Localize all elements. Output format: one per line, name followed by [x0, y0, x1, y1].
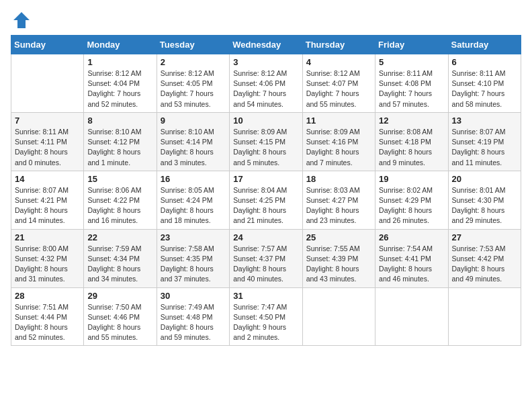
calendar-cell: 21Sunrise: 8:00 AMSunset: 4:32 PMDayligh… [11, 229, 84, 287]
calendar-cell: 26Sunrise: 7:54 AMSunset: 4:41 PMDayligh… [375, 229, 448, 287]
calendar-cell: 14Sunrise: 8:07 AMSunset: 4:21 PMDayligh… [11, 171, 84, 229]
day-number: 7 [15, 116, 80, 126]
calendar-cell: 7Sunrise: 8:11 AMSunset: 4:11 PMDaylight… [11, 112, 84, 171]
day-info: Sunrise: 8:03 AMSunset: 4:27 PMDaylight:… [306, 185, 371, 226]
day-info: Sunrise: 8:08 AMSunset: 4:18 PMDaylight:… [379, 127, 444, 168]
day-number: 18 [306, 174, 371, 184]
day-info: Sunrise: 8:11 AMSunset: 4:08 PMDaylight:… [379, 68, 444, 109]
day-info: Sunrise: 7:57 AMSunset: 4:37 PMDaylight:… [233, 244, 298, 285]
calendar-week-1: 1Sunrise: 8:12 AMSunset: 4:04 PMDaylight… [11, 54, 521, 113]
day-number: 11 [306, 116, 371, 126]
calendar-cell: 8Sunrise: 8:10 AMSunset: 4:12 PMDaylight… [84, 112, 157, 171]
calendar-week-3: 14Sunrise: 8:07 AMSunset: 4:21 PMDayligh… [11, 171, 521, 229]
calendar-cell: 10Sunrise: 8:09 AMSunset: 4:15 PMDayligh… [230, 112, 302, 171]
day-number: 23 [161, 232, 226, 242]
day-number: 1 [87, 57, 152, 67]
calendar-cell: 9Sunrise: 8:10 AMSunset: 4:14 PMDaylight… [157, 112, 229, 171]
weekday-header-wednesday: Wednesday [230, 36, 302, 54]
day-info: Sunrise: 8:04 AMSunset: 4:25 PMDaylight:… [233, 185, 298, 226]
day-info: Sunrise: 8:01 AMSunset: 4:30 PMDaylight:… [452, 185, 517, 226]
calendar-cell: 13Sunrise: 8:07 AMSunset: 4:19 PMDayligh… [448, 112, 521, 171]
day-number: 19 [379, 174, 444, 184]
day-number: 13 [452, 116, 517, 126]
day-info: Sunrise: 7:50 AMSunset: 4:46 PMDaylight:… [87, 302, 152, 343]
day-number: 2 [161, 57, 226, 67]
calendar-cell [302, 287, 375, 346]
calendar-cell: 4Sunrise: 8:12 AMSunset: 4:07 PMDaylight… [302, 54, 375, 113]
svg-marker-0 [13, 12, 30, 28]
day-info: Sunrise: 8:12 AMSunset: 4:04 PMDaylight:… [87, 68, 152, 109]
day-number: 4 [306, 57, 371, 67]
day-info: Sunrise: 8:05 AMSunset: 4:24 PMDaylight:… [161, 185, 226, 226]
calendar-cell [448, 287, 521, 346]
calendar-cell: 18Sunrise: 8:03 AMSunset: 4:27 PMDayligh… [302, 171, 375, 229]
day-number: 9 [161, 116, 226, 126]
calendar-cell: 20Sunrise: 8:01 AMSunset: 4:30 PMDayligh… [448, 171, 521, 229]
day-info: Sunrise: 8:10 AMSunset: 4:12 PMDaylight:… [87, 127, 152, 168]
calendar-cell: 15Sunrise: 8:06 AMSunset: 4:22 PMDayligh… [84, 171, 157, 229]
calendar-cell: 23Sunrise: 7:58 AMSunset: 4:35 PMDayligh… [157, 229, 229, 287]
weekday-header-saturday: Saturday [448, 36, 521, 54]
day-number: 5 [379, 57, 444, 67]
day-number: 6 [452, 57, 517, 67]
calendar-cell: 11Sunrise: 8:09 AMSunset: 4:16 PMDayligh… [302, 112, 375, 171]
day-number: 10 [233, 116, 298, 126]
day-number: 8 [87, 116, 152, 126]
day-info: Sunrise: 8:09 AMSunset: 4:16 PMDaylight:… [306, 127, 371, 168]
day-number: 20 [452, 174, 517, 184]
calendar-cell: 25Sunrise: 7:55 AMSunset: 4:39 PMDayligh… [302, 229, 375, 287]
day-info: Sunrise: 7:59 AMSunset: 4:34 PMDaylight:… [87, 244, 152, 285]
calendar-cell: 12Sunrise: 8:08 AMSunset: 4:18 PMDayligh… [375, 112, 448, 171]
day-number: 27 [452, 232, 517, 242]
day-number: 25 [306, 232, 371, 242]
calendar-cell: 27Sunrise: 7:53 AMSunset: 4:42 PMDayligh… [448, 229, 521, 287]
weekday-header-tuesday: Tuesday [157, 36, 229, 54]
day-info: Sunrise: 7:47 AMSunset: 4:50 PMDaylight:… [233, 302, 298, 343]
calendar-cell: 3Sunrise: 8:12 AMSunset: 4:06 PMDaylight… [230, 54, 302, 113]
day-number: 16 [161, 174, 226, 184]
logo-icon [12, 11, 31, 30]
calendar-week-4: 21Sunrise: 8:00 AMSunset: 4:32 PMDayligh… [11, 229, 521, 287]
calendar-cell: 2Sunrise: 8:12 AMSunset: 4:05 PMDaylight… [157, 54, 229, 113]
weekday-header-row: SundayMondayTuesdayWednesdayThursdayFrid… [11, 36, 521, 54]
day-number: 29 [87, 291, 152, 301]
calendar-cell [375, 287, 448, 346]
calendar-cell: 19Sunrise: 8:02 AMSunset: 4:29 PMDayligh… [375, 171, 448, 229]
weekday-header-monday: Monday [84, 36, 157, 54]
day-info: Sunrise: 8:07 AMSunset: 4:21 PMDaylight:… [15, 185, 80, 226]
day-info: Sunrise: 8:11 AMSunset: 4:11 PMDaylight:… [15, 127, 80, 168]
day-info: Sunrise: 8:11 AMSunset: 4:10 PMDaylight:… [452, 68, 517, 109]
calendar-cell: 28Sunrise: 7:51 AMSunset: 4:44 PMDayligh… [11, 287, 84, 346]
day-number: 22 [87, 232, 152, 242]
day-info: Sunrise: 7:53 AMSunset: 4:42 PMDaylight:… [452, 244, 517, 285]
day-info: Sunrise: 7:58 AMSunset: 4:35 PMDaylight:… [161, 244, 226, 285]
calendar-cell: 22Sunrise: 7:59 AMSunset: 4:34 PMDayligh… [84, 229, 157, 287]
calendar-cell: 17Sunrise: 8:04 AMSunset: 4:25 PMDayligh… [230, 171, 302, 229]
day-info: Sunrise: 8:09 AMSunset: 4:15 PMDaylight:… [233, 127, 298, 168]
day-info: Sunrise: 7:51 AMSunset: 4:44 PMDaylight:… [15, 302, 80, 343]
day-number: 26 [379, 232, 444, 242]
day-number: 24 [233, 232, 298, 242]
header [11, 11, 521, 30]
day-number: 28 [15, 291, 80, 301]
calendar-cell: 29Sunrise: 7:50 AMSunset: 4:46 PMDayligh… [84, 287, 157, 346]
day-info: Sunrise: 8:12 AMSunset: 4:06 PMDaylight:… [233, 68, 298, 109]
day-info: Sunrise: 7:55 AMSunset: 4:39 PMDaylight:… [306, 244, 371, 285]
weekday-header-sunday: Sunday [11, 36, 84, 54]
calendar-table: SundayMondayTuesdayWednesdayThursdayFrid… [11, 35, 521, 346]
calendar-cell: 30Sunrise: 7:49 AMSunset: 4:48 PMDayligh… [157, 287, 229, 346]
day-number: 17 [233, 174, 298, 184]
calendar-week-2: 7Sunrise: 8:11 AMSunset: 4:11 PMDaylight… [11, 112, 521, 171]
calendar-cell: 31Sunrise: 7:47 AMSunset: 4:50 PMDayligh… [230, 287, 302, 346]
calendar-cell: 16Sunrise: 8:05 AMSunset: 4:24 PMDayligh… [157, 171, 229, 229]
calendar-cell: 5Sunrise: 8:11 AMSunset: 4:08 PMDaylight… [375, 54, 448, 113]
weekday-header-friday: Friday [375, 36, 448, 54]
day-info: Sunrise: 8:06 AMSunset: 4:22 PMDaylight:… [87, 185, 152, 226]
calendar-cell: 24Sunrise: 7:57 AMSunset: 4:37 PMDayligh… [230, 229, 302, 287]
calendar-cell: 6Sunrise: 8:11 AMSunset: 4:10 PMDaylight… [448, 54, 521, 113]
day-number: 31 [233, 291, 298, 301]
day-number: 14 [15, 174, 80, 184]
day-number: 30 [161, 291, 226, 301]
logo [11, 11, 31, 30]
day-number: 15 [87, 174, 152, 184]
